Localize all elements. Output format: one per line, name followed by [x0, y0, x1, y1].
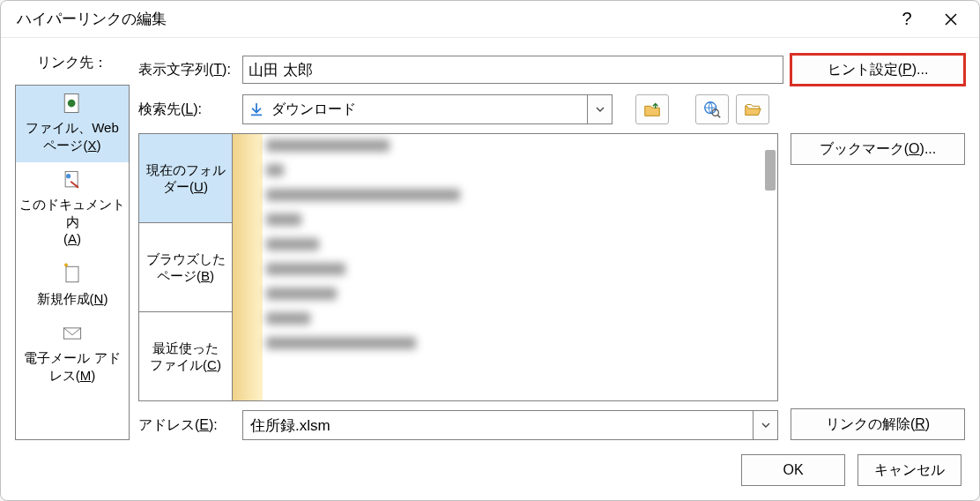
new-document-icon	[60, 262, 85, 287]
browse-tabs: 現在のフォル ダー(U) ブラウズした ページ(B)	[139, 134, 233, 400]
folder-up-icon	[642, 100, 662, 119]
lookin-combo[interactable]: ダウンロード	[242, 94, 612, 124]
linkto-email[interactable]: 電子メール アド レス(M)	[16, 316, 129, 393]
display-text-label: 表示文字列(T):	[138, 61, 235, 79]
linkto-place-in-doc[interactable]: このドキュメント内 (A)	[16, 162, 129, 257]
main-column: 表示文字列(T): ヒント設定(P)... 検索先(L):	[138, 54, 965, 440]
help-button[interactable]: ?	[887, 5, 926, 34]
titlebar: ハイパーリンクの編集 ?	[1, 1, 979, 38]
browse-file-button[interactable]	[736, 94, 769, 124]
chevron-down-icon	[761, 421, 770, 430]
folder-open-icon	[743, 100, 762, 119]
dialog-body: リンク先： ファイル、Web ページ(X)	[1, 38, 979, 451]
browse-tab-current-folder[interactable]: 現在のフォル ダー(U)	[139, 134, 232, 222]
address-label: アドレス(E):	[138, 416, 235, 435]
list-icon-stripe	[233, 134, 263, 400]
browse-area: 現在のフォル ダー(U) ブラウズした ページ(B)	[138, 133, 778, 401]
up-one-level-button[interactable]	[635, 94, 669, 124]
file-list[interactable]	[233, 134, 777, 400]
right-button-column: ブックマーク(O)... リンクの解除(R)	[791, 94, 965, 440]
document-place-icon	[60, 168, 85, 192]
svg-point-3	[66, 174, 71, 178]
cancel-button[interactable]: キャンセル	[858, 454, 961, 486]
display-text-row: 表示文字列(T): ヒント設定(P)...	[138, 54, 965, 86]
blurred-file-names	[263, 134, 777, 400]
browse-tab-recent-files[interactable]: 最近使った ファイル(C)	[139, 311, 232, 400]
close-button[interactable]	[932, 5, 970, 34]
email-icon	[60, 321, 85, 346]
globe-search-icon	[702, 100, 722, 119]
lookin-label: 検索先(L):	[138, 101, 235, 119]
svg-rect-4	[66, 266, 78, 282]
address-row: アドレス(E): 住所録.xlsm	[138, 410, 778, 440]
address-dropdown-button[interactable]	[753, 411, 777, 439]
address-combo[interactable]: 住所録.xlsm	[242, 410, 778, 440]
remove-link-button[interactable]: リンクの解除(R)	[791, 408, 965, 440]
chevron-down-icon	[596, 105, 605, 114]
dialog-footer: OK キャンセル	[1, 451, 979, 500]
lookin-dropdown-button[interactable]	[587, 95, 612, 123]
linkto-file-web[interactable]: ファイル、Web ページ(X)	[16, 86, 129, 162]
svg-point-1	[68, 100, 76, 108]
browse-tab-browsed-pages[interactable]: ブラウズした ページ(B)	[139, 222, 232, 311]
link-to-sidebar: リンク先： ファイル、Web ページ(X)	[15, 54, 130, 440]
lookin-row: 検索先(L): ダウンロード	[138, 94, 778, 124]
edit-hyperlink-dialog: ハイパーリンクの編集 ? リンク先： ファイル、Web ページ(X)	[0, 0, 980, 501]
ok-button[interactable]: OK	[741, 454, 845, 486]
lookin-value: ダウンロード	[271, 101, 356, 119]
file-list-scrollbar[interactable]	[765, 150, 776, 191]
download-arrow-icon	[249, 101, 264, 117]
display-text-input[interactable]	[242, 56, 783, 84]
dialog-title: ハイパーリンクの編集	[17, 9, 167, 29]
linkto-create-new[interactable]: 新規作成(N)	[16, 257, 129, 317]
screentip-button[interactable]: ヒント設定(P)...	[791, 54, 965, 86]
address-value: 住所録.xlsm	[243, 415, 753, 436]
bookmark-button[interactable]: ブックマーク(O)...	[791, 133, 965, 165]
file-web-icon	[60, 91, 85, 116]
close-icon	[944, 12, 958, 26]
titlebar-actions: ?	[887, 5, 970, 34]
browse-web-button[interactable]	[695, 94, 729, 124]
link-to-label: リンク先：	[15, 54, 130, 72]
link-to-panel: ファイル、Web ページ(X) このドキュメント内 (A)	[15, 85, 130, 440]
